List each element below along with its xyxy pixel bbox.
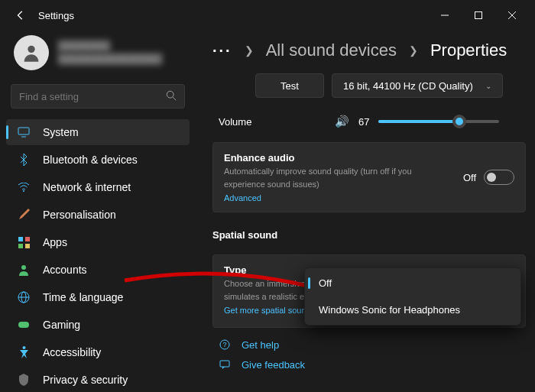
sidebar-item-system[interactable]: System	[6, 119, 190, 145]
sidebar-item-apps[interactable]: Apps	[6, 229, 190, 255]
enhance-sub: Automatically improve sound quality (tur…	[224, 165, 423, 190]
shield-icon	[17, 373, 31, 387]
sidebar-item-gaming[interactable]: Gaming	[6, 312, 190, 338]
back-button[interactable]	[12, 7, 29, 24]
enhance-audio-card: Enhance audio Automatically improve soun…	[212, 142, 526, 212]
minimize-button[interactable]	[428, 4, 462, 27]
volume-row: Volume 🔊 67	[219, 115, 526, 128]
volume-slider[interactable]	[378, 120, 499, 123]
main-panel: ··· ❯ All sound devices ❯ Properties Tes…	[196, 31, 535, 392]
svg-point-19	[22, 346, 25, 349]
svg-text:?: ?	[222, 341, 226, 348]
svg-rect-7	[18, 128, 29, 134]
sidebar-item-label: Accessibility	[43, 346, 101, 358]
user-name: ████████	[58, 40, 162, 53]
feedback-icon	[219, 358, 231, 371]
svg-rect-11	[25, 237, 30, 241]
svg-rect-13	[25, 244, 30, 248]
volume-value: 67	[358, 116, 369, 128]
sidebar-item-label: Gaming	[43, 319, 80, 331]
titlebar: Settings	[0, 0, 535, 31]
sidebar-item-label: Network & internet	[43, 181, 131, 193]
dropdown-option-sonic[interactable]: Windows Sonic for Headphones	[306, 296, 519, 323]
apps-icon	[17, 235, 31, 249]
give-feedback-link[interactable]: Give feedback	[219, 358, 526, 371]
svg-rect-1	[475, 12, 482, 19]
breadcrumb-current: Properties	[430, 40, 507, 60]
sidebar: ████████ ████████████████ System Bluetoo…	[0, 31, 196, 392]
svg-rect-18	[18, 322, 29, 328]
sidebar-item-label: Bluetooth & devices	[43, 154, 138, 166]
sidebar-item-accounts[interactable]: Accounts	[6, 257, 190, 283]
search-icon	[166, 90, 177, 103]
breadcrumb-prev[interactable]: All sound devices	[266, 40, 397, 60]
sidebar-item-label: Personalisation	[43, 209, 116, 221]
sidebar-item-label: Time & language	[43, 291, 123, 303]
brush-icon	[17, 208, 31, 222]
chevron-down-icon: ⌄	[485, 82, 491, 90]
help-icon: ?	[219, 339, 231, 351]
search-input[interactable]	[11, 84, 185, 109]
sidebar-item-time-language[interactable]: Time & language	[6, 284, 190, 310]
avatar	[14, 35, 49, 70]
enhance-title: Enhance audio	[224, 152, 423, 164]
sidebar-item-network[interactable]: Network & internet	[6, 174, 190, 200]
bluetooth-icon	[17, 153, 31, 167]
user-account-row[interactable]: ████████ ████████████████	[6, 31, 190, 81]
sidebar-item-bluetooth[interactable]: Bluetooth & devices	[6, 147, 190, 173]
sidebar-item-privacy[interactable]: Privacy & security	[6, 367, 190, 392]
format-value: 16 bit, 44100 Hz (CD Quality)	[343, 80, 473, 92]
globe-icon	[17, 290, 31, 304]
maximize-button[interactable]	[462, 4, 495, 27]
get-help-link[interactable]: ? Get help	[219, 339, 526, 351]
sidebar-item-label: System	[43, 126, 79, 138]
svg-point-9	[23, 190, 24, 192]
breadcrumb-more-button[interactable]: ···	[212, 42, 232, 60]
sidebar-item-label: Privacy & security	[43, 374, 128, 386]
nav-list: System Bluetooth & devices Network & int…	[6, 119, 190, 392]
sidebar-item-personalisation[interactable]: Personalisation	[6, 202, 190, 228]
enhance-advanced-link[interactable]: Advanced	[224, 193, 423, 202]
dropdown-option-off[interactable]: Off	[306, 270, 519, 296]
svg-rect-10	[18, 237, 23, 241]
chevron-right-icon: ❯	[245, 44, 254, 57]
toggle-state: Off	[463, 172, 476, 183]
svg-rect-22	[220, 361, 229, 367]
wifi-icon	[17, 180, 31, 194]
window-title: Settings	[38, 10, 74, 21]
sidebar-item-label: Apps	[43, 236, 67, 248]
format-select[interactable]: 16 bit, 44100 Hz (CD Quality) ⌄	[332, 73, 503, 98]
gaming-icon	[17, 318, 31, 332]
close-button[interactable]	[495, 4, 529, 27]
chevron-right-icon: ❯	[409, 44, 418, 57]
spatial-sound-dropdown: Off Windows Sonic for Headphones	[304, 267, 521, 326]
test-button[interactable]: Test	[255, 73, 324, 98]
svg-point-4	[28, 46, 34, 53]
svg-point-14	[21, 265, 26, 270]
breadcrumb: ··· ❯ All sound devices ❯ Properties	[212, 31, 526, 67]
system-icon	[17, 125, 31, 139]
sidebar-item-accessibility[interactable]: Accessibility	[6, 339, 190, 365]
accessibility-icon	[17, 345, 31, 359]
user-email: ████████████████	[58, 53, 162, 66]
sidebar-item-label: Accounts	[43, 264, 87, 276]
volume-label: Volume	[219, 116, 326, 128]
spatial-section-title: Spatial sound	[212, 229, 526, 241]
enhance-toggle[interactable]	[484, 170, 514, 185]
svg-line-6	[173, 97, 176, 100]
svg-rect-12	[18, 244, 23, 248]
person-icon	[17, 263, 31, 277]
speaker-icon[interactable]: 🔊	[335, 115, 349, 128]
search-field[interactable]	[19, 91, 166, 102]
svg-point-5	[167, 91, 173, 98]
